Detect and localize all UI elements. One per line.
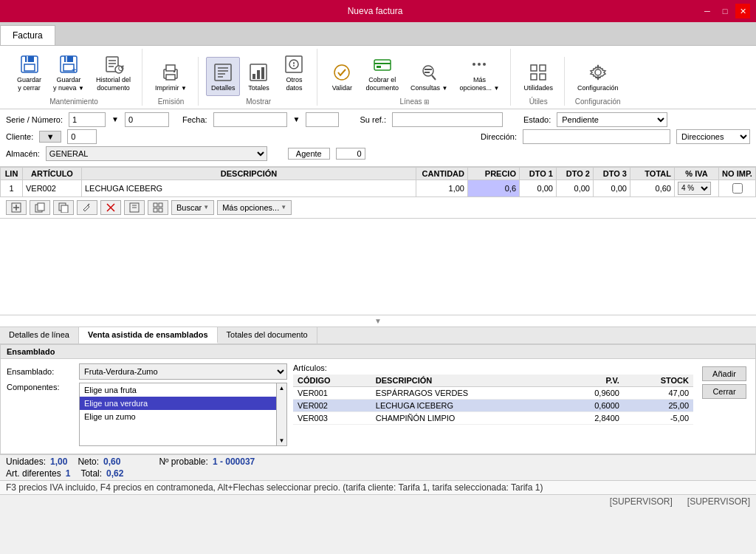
row-toolbar: Buscar ▼ Más opciones... ▼ xyxy=(0,197,756,219)
th-dto2: DTO 2 xyxy=(557,167,594,179)
suref-input[interactable] xyxy=(392,112,503,127)
td-iva[interactable]: 4 % xyxy=(675,179,719,196)
ensamblado-select[interactable]: Fruta-Verdura-Zumo xyxy=(79,363,287,380)
td-articulo[interactable]: VER002 xyxy=(23,179,82,196)
article-row-3[interactable]: VER003 CHAMPIÑÓN LIMPIO 2,8400 -5,00 xyxy=(293,411,693,424)
td-pv-2: 0,6000 xyxy=(561,399,624,411)
mas-opciones-row-button[interactable]: Más opciones... ▼ xyxy=(217,200,292,215)
svg-rect-26 xyxy=(257,70,260,79)
tab-totales-documento[interactable]: Totales del documento xyxy=(218,327,317,343)
estado-select[interactable]: Pendiente xyxy=(557,112,667,127)
article-row-1[interactable]: VER001 ESPÁRRAGOS VERDES 0,9600 47,00 xyxy=(293,386,693,399)
close-button[interactable]: ✕ xyxy=(735,4,750,18)
utilidades-button[interactable]: Utilidades xyxy=(518,57,558,96)
td-cantidad[interactable]: 1,00 xyxy=(416,179,468,196)
mostrar-group-label: Mostrar xyxy=(246,98,271,106)
imprimir-button[interactable]: Imprimir ▼ xyxy=(150,57,192,96)
new-row-button[interactable] xyxy=(6,200,27,215)
delete-row-button[interactable] xyxy=(100,200,121,215)
serie-input[interactable] xyxy=(69,112,106,127)
buscar-button[interactable]: Buscar ▼ xyxy=(171,200,214,215)
save-close-label: Guardary cerrar xyxy=(17,76,41,92)
direccion-input[interactable] xyxy=(523,129,670,144)
componentes-list: Elige una fruta Elige una verdura Elige … xyxy=(79,383,277,446)
articles-table: CÓDIGO DESCRIPCIÓN P.V. STOCK VER001 ESP… xyxy=(293,375,693,425)
th-codigo: CÓDIGO xyxy=(293,375,371,387)
ribbon-group-lineas: Validar Cobrar eldocumento Consultas ▼ M… xyxy=(319,49,511,106)
noimp-checkbox[interactable] xyxy=(732,183,743,194)
th-total: TOTAL xyxy=(630,167,675,179)
art-diferentes-value: 1 xyxy=(66,468,71,479)
td-dto2[interactable]: 0,00 xyxy=(557,179,594,196)
td-stock-2: 25,00 xyxy=(624,399,693,411)
guardar-cerrar-button[interactable]: Guardary cerrar xyxy=(12,49,47,96)
svg-rect-16 xyxy=(166,65,175,71)
cobrar-button[interactable]: Cobrar eldocumento xyxy=(360,49,404,96)
maximize-button[interactable]: □ xyxy=(718,4,732,18)
componentes-scrollbar: ▲ ▼ xyxy=(277,383,287,446)
historial-label: Historial deldocumento xyxy=(96,76,131,92)
th-noimp: NO IMP. xyxy=(719,167,756,179)
tab-factura[interactable]: Factura xyxy=(0,25,55,45)
anadir-button[interactable]: Añadir xyxy=(702,366,746,381)
serie-num-input[interactable] xyxy=(125,112,169,127)
consultas-button[interactable]: Consultas ▼ xyxy=(405,57,453,96)
tab-detalles-linea[interactable]: Detalles de línea xyxy=(0,327,79,343)
componentes-label: Componentes: xyxy=(7,383,73,391)
minimize-button[interactable]: ─ xyxy=(700,4,715,18)
hora-input[interactable]: 09:55 xyxy=(306,112,339,127)
validar-button[interactable]: Validar xyxy=(325,57,359,96)
componentes-row: Componentes: Elige una fruta Elige una v… xyxy=(7,383,287,446)
agente-input[interactable] xyxy=(336,148,365,160)
configuracion-button[interactable]: Configuración xyxy=(572,57,624,96)
options2-button[interactable] xyxy=(148,200,168,215)
dropdown-item-zumo[interactable]: Elige un zumo xyxy=(80,410,276,423)
article-row-2[interactable]: VER002 LECHUGA ICEBERG 0,6000 25,00 xyxy=(293,399,693,411)
copy-row-button[interactable] xyxy=(30,200,50,215)
almacen-select[interactable]: GENERAL xyxy=(46,146,267,161)
otros-datos-button[interactable]: Otrosdatos xyxy=(277,49,311,96)
mas-opciones-button[interactable]: Másopciones... ▼ xyxy=(454,49,504,96)
td-stock-3: -5,00 xyxy=(624,411,693,424)
svg-rect-44 xyxy=(540,65,546,71)
form-row-almacen: Almacén: GENERAL Agente xyxy=(6,146,750,161)
td-precio[interactable]: 0,6 xyxy=(468,179,520,196)
svg-point-47 xyxy=(595,69,601,75)
detalles-button[interactable]: Detalles xyxy=(206,57,241,96)
td-descripcion[interactable]: LECHUGA ICEBERG xyxy=(82,179,416,196)
copy-line-button[interactable] xyxy=(53,200,74,215)
cliente-button[interactable]: ▼ xyxy=(39,131,61,143)
direcciones-select[interactable]: Direcciones xyxy=(676,129,750,144)
options1-button[interactable] xyxy=(124,200,145,215)
dropdown-item-fruta[interactable]: Elige una fruta xyxy=(80,383,276,397)
th-dto3: DTO 3 xyxy=(594,167,630,179)
svg-rect-46 xyxy=(540,74,546,80)
totales-button[interactable]: Totales xyxy=(241,57,275,96)
td-codigo-2: VER002 xyxy=(293,399,371,411)
td-dto3[interactable]: 0,00 xyxy=(594,179,630,196)
cliente-input[interactable] xyxy=(67,129,97,144)
agente-button[interactable]: Agente xyxy=(288,148,330,160)
ribbon: Guardary cerrar + Guardary nueva ▼ ↺ His… xyxy=(0,46,756,109)
no-probable-item: Nº probable: 1 - 000037 xyxy=(159,456,255,467)
edit-row-button[interactable] xyxy=(77,200,97,215)
history-icon: ↺ xyxy=(102,52,126,76)
fecha-input[interactable] xyxy=(213,112,287,127)
art-diferentes-item: Art. diferentes 1 Total: 0,62 xyxy=(6,468,123,479)
tab-venta-asistida[interactable]: Venta asistida de ensamblados xyxy=(79,327,218,343)
configuracion-label: Configuración xyxy=(577,84,619,92)
dropdown-item-verdura[interactable]: Elige una verdura xyxy=(80,397,276,410)
guardar-nueva-button[interactable]: + Guardary nueva ▼ xyxy=(48,49,89,96)
iva-select[interactable]: 4 % xyxy=(678,182,711,195)
historial-button[interactable]: ↺ Historial deldocumento xyxy=(91,49,136,96)
td-pv-3: 2,8400 xyxy=(561,411,624,424)
svg-rect-5 xyxy=(64,56,73,62)
th-pv: P.V. xyxy=(561,375,624,387)
save-close-icon xyxy=(18,52,41,76)
svg-point-36 xyxy=(423,66,433,76)
th-iva: % IVA xyxy=(675,167,719,179)
td-lin: 1 xyxy=(1,179,23,196)
td-dto1[interactable]: 0,00 xyxy=(520,179,557,196)
form-row-cliente: Cliente: ▼ Dirección: Direcciones xyxy=(6,129,750,144)
cerrar-button[interactable]: Cerrar xyxy=(702,384,746,399)
